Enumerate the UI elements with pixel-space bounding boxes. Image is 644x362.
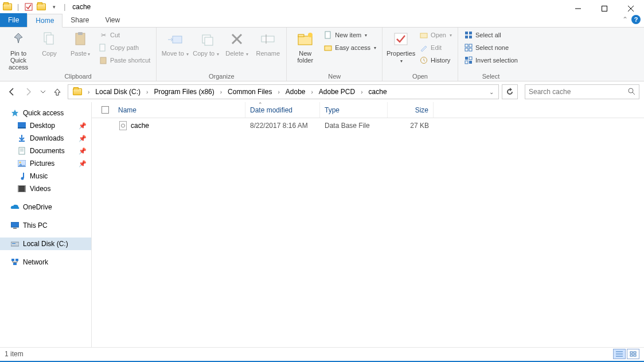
app-folder-icon <box>2 2 13 12</box>
nav-desktop-label: Desktop <box>30 122 55 130</box>
help-icon[interactable]: ? <box>631 15 641 24</box>
rename-button[interactable]: Rename <box>253 29 283 58</box>
breadcrumb-seg-1[interactable]: Program Files (x86) <box>150 85 217 98</box>
copy-path-button[interactable]: Copy path <box>96 41 153 54</box>
select-all-button[interactable]: Select all <box>462 29 520 41</box>
breadcrumb-seg-5[interactable]: cache <box>365 85 391 98</box>
column-header-type[interactable]: Type <box>320 102 388 118</box>
view-details-button[interactable] <box>613 349 626 359</box>
copy-label: Copy <box>42 50 57 57</box>
back-button[interactable] <box>5 85 18 99</box>
easy-access-button[interactable]: Easy access▾ <box>321 41 378 54</box>
svg-rect-58 <box>13 263 17 265</box>
nav-downloads[interactable]: Downloads 📌 <box>0 132 91 145</box>
search-box[interactable]: Search cache <box>525 84 639 99</box>
breadcrumb-chevron-icon[interactable]: › <box>87 89 91 95</box>
nav-local-disk[interactable]: Local Disk (C:) <box>0 238 91 250</box>
svg-rect-8 <box>78 32 83 35</box>
breadcrumb-seg-2[interactable]: Common Files <box>224 85 275 98</box>
copy-path-label: Copy path <box>110 44 139 51</box>
new-item-button[interactable]: New item▾ <box>321 29 378 41</box>
address-root-icon[interactable] <box>69 85 85 98</box>
nav-onedrive[interactable]: OneDrive <box>0 201 91 213</box>
tab-file[interactable]: File <box>0 13 27 27</box>
nav-music[interactable]: Music <box>0 170 91 182</box>
nav-pictures[interactable]: Pictures 📌 <box>0 157 91 170</box>
breadcrumb-chevron-icon[interactable]: › <box>310 89 314 95</box>
cut-button[interactable]: ✂ Cut <box>96 29 153 41</box>
properties-button[interactable]: Properties ▾ <box>386 29 416 65</box>
nav-videos[interactable]: Videos <box>0 182 91 195</box>
paste-shortcut-button[interactable]: Paste shortcut <box>96 54 153 67</box>
tab-home[interactable]: Home <box>27 14 63 28</box>
new-folder-label: New folder <box>291 50 319 64</box>
file-type-label: Data Base File <box>320 122 388 130</box>
column-header-checkbox[interactable] <box>96 102 114 118</box>
breadcrumb-seg-0[interactable]: Local Disk (C:) <box>92 85 144 98</box>
history-button[interactable]: History <box>417 54 454 67</box>
qat-newfolder-icon[interactable] <box>36 2 46 12</box>
svg-rect-10 <box>100 57 106 64</box>
tab-view[interactable]: View <box>97 13 128 27</box>
svg-rect-59 <box>119 122 126 130</box>
breadcrumb-chevron-icon[interactable]: › <box>145 89 149 95</box>
up-button[interactable] <box>50 85 64 99</box>
column-header-date[interactable]: Date modified <box>245 102 320 118</box>
nav-documents[interactable]: Documents 📌 <box>0 145 91 157</box>
breadcrumb-chevron-icon[interactable]: › <box>219 89 223 95</box>
svg-rect-40 <box>18 122 26 127</box>
history-label: History <box>431 57 450 64</box>
svg-rect-50 <box>18 186 19 192</box>
delete-label: Delete <box>225 50 244 57</box>
svg-rect-52 <box>11 222 19 227</box>
invert-selection-label: Invert selection <box>475 57 518 64</box>
breadcrumb-seg-3[interactable]: Adobe <box>282 85 309 98</box>
svg-rect-64 <box>630 352 633 353</box>
breadcrumb-chevron-icon[interactable]: › <box>276 89 280 95</box>
select-none-button[interactable]: Select none <box>462 41 520 54</box>
address-dropdown-icon[interactable]: ⌄ <box>488 89 497 95</box>
nav-quick-access[interactable]: Quick access <box>0 107 91 119</box>
new-folder-button[interactable]: New folder <box>290 29 320 65</box>
refresh-button[interactable] <box>502 84 518 99</box>
status-item-count: 1 item <box>5 350 24 358</box>
open-button[interactable]: Open▾ <box>417 29 454 41</box>
recent-locations-button[interactable] <box>39 85 47 99</box>
move-to-button[interactable]: Move to ▾ <box>160 29 190 59</box>
paste-button[interactable]: Paste▾ <box>65 29 95 59</box>
nav-desktop[interactable]: Desktop 📌 <box>0 119 91 132</box>
copy-to-button[interactable]: Copy to ▾ <box>191 29 221 59</box>
svg-rect-49 <box>18 186 26 192</box>
navigation-pane[interactable]: Quick access Desktop 📌 Downloads 📌 Docum… <box>0 102 92 350</box>
invert-selection-button[interactable]: Invert selection <box>462 54 520 67</box>
forward-button[interactable] <box>22 85 36 99</box>
column-header-size[interactable]: Size <box>388 102 434 118</box>
address-bar[interactable]: › Local Disk (C:) › Program Files (x86) … <box>68 84 499 99</box>
copy-button[interactable]: Copy <box>34 29 64 58</box>
onedrive-icon <box>10 203 19 212</box>
ribbon-collapse-icon[interactable]: ⌃ <box>622 15 628 24</box>
move-to-label: Move to <box>162 50 184 57</box>
svg-rect-66 <box>630 355 633 356</box>
qat-customize-icon[interactable]: ▾ <box>49 2 59 12</box>
breadcrumb-seg-4[interactable]: Adobe PCD <box>315 85 358 98</box>
nav-onedrive-label: OneDrive <box>23 203 52 211</box>
column-header-name[interactable]: Name <box>114 102 245 118</box>
new-group-label: New <box>290 72 378 80</box>
pin-quick-access-button[interactable]: Pin to Quick access <box>3 29 33 72</box>
edit-button[interactable]: Edit <box>417 41 454 54</box>
view-large-icons-button[interactable] <box>627 349 639 359</box>
svg-rect-28 <box>465 36 468 38</box>
nav-network[interactable]: Network <box>0 256 91 268</box>
svg-rect-55 <box>12 243 15 244</box>
ribbon-group-organize: Move to ▾ Copy to ▾ Delete ▾ Rename Orga… <box>157 28 287 81</box>
tab-share[interactable]: Share <box>63 13 97 27</box>
qat-separator-2: | <box>64 3 65 11</box>
svg-point-48 <box>21 177 24 180</box>
file-row[interactable]: cache 8/22/2017 8:16 AM Data Base File 2… <box>92 118 644 133</box>
nav-this-pc[interactable]: This PC <box>0 219 91 232</box>
delete-button[interactable]: Delete ▾ <box>222 29 252 59</box>
breadcrumb-chevron-icon[interactable]: › <box>360 89 364 95</box>
svg-rect-9 <box>100 44 105 51</box>
qat-properties-icon[interactable] <box>24 2 34 12</box>
